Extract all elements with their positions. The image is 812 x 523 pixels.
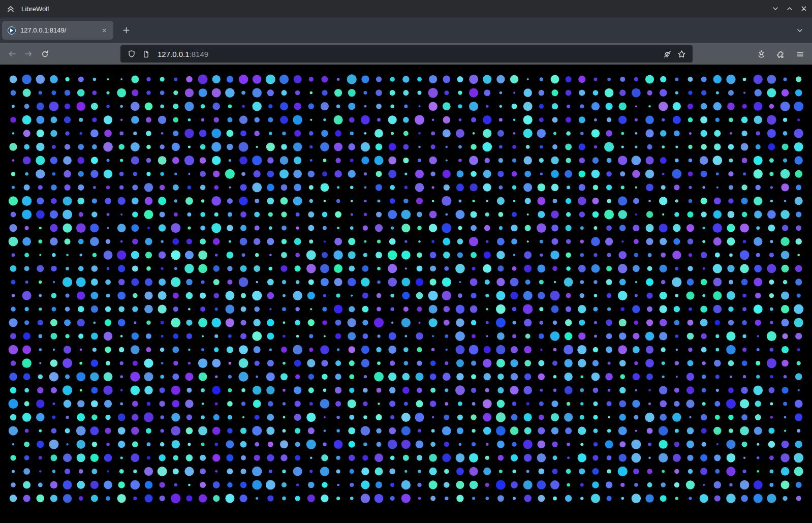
forward-button[interactable] [20,46,37,62]
bookmarks-tray-button[interactable] [753,46,769,62]
window-titlebar: LibreWolf [0,0,812,17]
address-bar[interactable]: 127.0.0.1:8149 [120,45,693,63]
window-close-button[interactable] [797,2,811,16]
plus-icon [122,26,131,35]
puzzle-piece-icon [776,50,785,58]
browser-window: LibreWolf 127.0.0.1:8149/ [0,0,812,523]
navigation-toolbar: 127.0.0.1:8149 [0,43,812,65]
reload-button[interactable] [37,46,53,62]
url-port: :8149 [190,50,209,58]
toolbar-right-icons [753,46,808,62]
double-chevron-up-icon[interactable] [6,4,15,13]
close-icon [101,27,107,34]
menu-button[interactable] [792,46,808,62]
chevron-down-icon [771,5,779,13]
page-favicon-icon [8,26,16,35]
new-tab-button[interactable] [118,22,134,39]
shield-icon[interactable] [124,47,139,61]
url-host: 127.0.0.1 [158,50,190,58]
page-info-icon[interactable] [139,47,153,61]
hamburger-icon [796,50,804,58]
window-minimize-button[interactable] [768,2,783,16]
star-tray-icon [757,50,766,58]
arrow-right-icon [24,49,33,58]
url-text: 127.0.0.1:8149 [158,50,660,58]
chevron-down-icon [796,26,804,35]
browser-tab-active[interactable]: 127.0.0.1:8149/ [2,21,113,40]
close-icon [800,5,808,13]
chevron-up-icon [786,5,794,13]
window-maximize-button[interactable] [783,2,797,16]
arrow-left-icon [8,49,17,58]
page-content [0,65,812,523]
tab-bar: 127.0.0.1:8149/ [0,17,812,43]
tab-title: 127.0.0.1:8149/ [20,26,98,34]
fingerprint-protection-icon[interactable] [660,47,674,61]
tab-close-button[interactable] [98,24,110,37]
app-title: LibreWolf [21,5,49,13]
reload-icon [41,50,49,58]
back-button[interactable] [4,46,20,62]
bookmark-star-icon[interactable] [674,47,689,61]
dot-grid-canvas [0,65,812,523]
extensions-button[interactable] [772,46,789,62]
list-all-tabs-button[interactable] [792,22,808,39]
